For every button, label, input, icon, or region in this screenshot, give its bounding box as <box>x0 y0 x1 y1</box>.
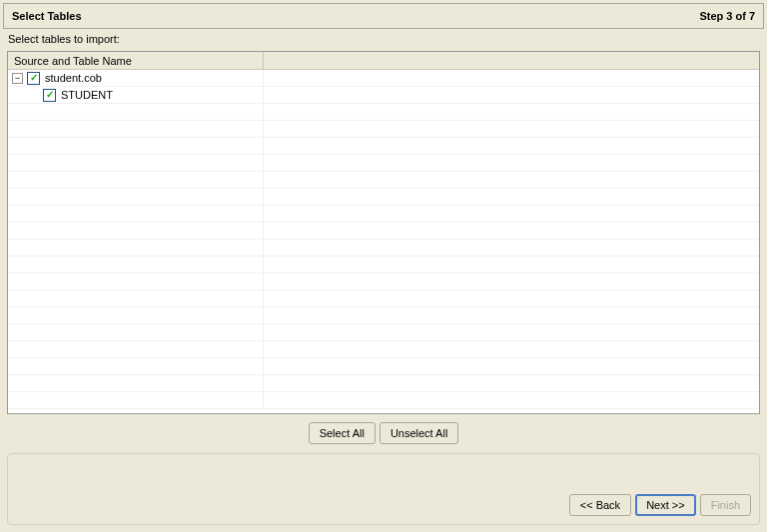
parent-checkbox[interactable] <box>27 72 40 85</box>
step-indicator: Step 3 of 7 <box>699 10 755 22</box>
child-checkbox[interactable] <box>43 89 56 102</box>
parent-label: student.cob <box>44 72 102 84</box>
select-all-button[interactable]: Select All <box>309 422 376 444</box>
tables-grid: Source and Table Name − student.cob STUD… <box>7 51 760 414</box>
column-header-source[interactable]: Source and Table Name <box>8 52 264 69</box>
back-button[interactable]: << Back <box>569 494 631 516</box>
wizard-header: Select Tables Step 3 of 7 <box>3 3 764 28</box>
selection-buttons: Select All Unselect All <box>0 416 767 450</box>
next-button[interactable]: Next >> <box>635 494 696 516</box>
grid-lines <box>8 70 759 413</box>
collapse-toggle-icon[interactable]: − <box>12 73 23 84</box>
column-header-empty[interactable] <box>264 52 759 69</box>
tree-parent-row[interactable]: − student.cob <box>8 70 759 87</box>
wizard-container: Select Tables Step 3 of 7 Select tables … <box>0 0 767 532</box>
finish-button: Finish <box>700 494 751 516</box>
page-title: Select Tables <box>12 10 82 22</box>
tree-child-row[interactable]: STUDENT <box>8 87 759 104</box>
instruction-text: Select tables to import: <box>3 29 764 49</box>
navigation-panel: << Back Next >> Finish <box>7 453 760 525</box>
unselect-all-button[interactable]: Unselect All <box>380 422 458 444</box>
child-label: STUDENT <box>60 89 113 101</box>
table-header-row: Source and Table Name <box>8 52 759 70</box>
table-body: − student.cob STUDENT <box>8 70 759 413</box>
